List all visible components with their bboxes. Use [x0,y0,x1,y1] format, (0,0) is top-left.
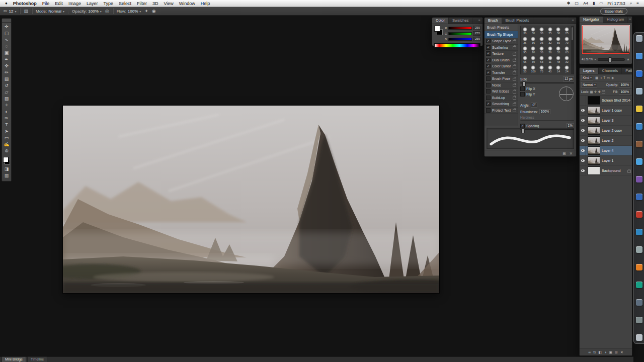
hand-tool[interactable]: ✍ [2,141,11,148]
mini-bridge-button[interactable]: Mini Bridge [2,356,26,362]
layer-row-selected[interactable]: Layer 4 [580,146,632,156]
layer-opacity-field[interactable]: 100% [619,82,630,87]
pen-tool[interactable]: ✑ [2,115,11,122]
layer-thumbnail[interactable] [588,136,600,145]
toolbar-grip[interactable] [2,20,11,23]
menu-item[interactable]: Window [179,1,195,6]
dock-app-icon[interactable] [636,229,642,235]
toggle-brush-panel-icon[interactable]: ▤ [24,9,28,14]
dock-app-icon[interactable] [636,176,642,183]
layer-row[interactable]: Layer 2 copy [580,126,632,136]
foreground-color-swatch[interactable] [3,157,9,162]
brush-tip-item[interactable]: 30 [521,26,529,36]
lock-icon[interactable] [513,109,516,112]
checkbox[interactable] [486,108,491,113]
dock-app-icon[interactable] [636,299,642,306]
brush-tip-item[interactable]: 14 [554,64,563,74]
spotlight-icon[interactable]: ⌕ [630,1,632,6]
green-value[interactable]: 255 [473,31,480,36]
apple-menu-icon[interactable]: ● [5,0,8,7]
eraser-tool[interactable]: ▱ [2,89,11,96]
brush-tip-item[interactable]: 32 [546,36,554,45]
brush-option-item[interactable]: ✓ Dual Brush [485,57,518,64]
brush-tip-item[interactable]: 36 [537,36,546,45]
layer-thumbnail[interactable] [588,166,600,175]
display-icon[interactable]: ▢ [575,1,579,6]
scrollbar[interactable] [571,26,574,74]
new-layer-icon[interactable]: ⊞ [615,350,618,354]
menubar-clock[interactable]: Fri 17:53 [607,1,625,6]
layer-visibility-toggle[interactable] [580,126,586,135]
tab-brush-presets[interactable]: Brush Presets [502,18,533,24]
dock-app-icon[interactable] [636,35,642,42]
brush-tip-item[interactable]: 36 [554,26,563,36]
lock-all-icon[interactable] [602,91,605,94]
checkbox[interactable] [486,96,491,100]
lock-icon[interactable] [513,59,516,62]
healing-brush-tool[interactable]: ✜ [2,63,11,69]
brush-tip-item[interactable]: 30 [537,26,546,36]
brush-option-item[interactable]: ✓ Texture [485,51,518,57]
dock-app-icon[interactable] [636,123,642,130]
layer-visibility-toggle[interactable] [580,136,586,145]
color-spectrum-ramp[interactable] [434,43,480,48]
brush-tip-item[interactable]: 25 [546,26,554,36]
battery-icon[interactable]: ▮ [593,1,595,6]
dock-app-icon[interactable] [636,334,642,341]
tab-paths[interactable]: Paths [622,68,632,74]
crop-tool[interactable]: ▣ [2,50,11,56]
red-slider[interactable] [448,27,472,30]
layer-visibility-toggle[interactable] [580,116,586,125]
brush-tip-item[interactable]: 55 [554,36,563,45]
workspace-switcher[interactable]: Essentials [600,8,627,15]
document-canvas[interactable] [63,106,439,293]
brush-option-item[interactable]: ✓ Color Dynamics [485,63,518,70]
color-panel-swatches[interactable] [434,26,443,35]
layer-mask-icon[interactable]: ◧ [599,350,602,354]
layer-thumbnail[interactable] [588,146,600,155]
brush-tip-item[interactable]: 30 [529,26,538,36]
lock-icon[interactable] [513,97,516,100]
checkbox[interactable]: ✓ [486,102,491,106]
gradient-tool[interactable]: ▨ [2,96,11,102]
eyedropper-tool[interactable]: ✒ [2,56,11,63]
flow-control[interactable]: Flow: 100% ▾ [117,9,141,14]
filter-adjustment-layers-icon[interactable]: ◑ [600,76,602,80]
slider-thumb[interactable] [608,57,612,62]
navigator-zoom-slider[interactable] [598,58,625,61]
app-menu-photoshop[interactable]: Photoshop [13,1,37,6]
filter-shape-layers-icon[interactable]: ▭ [607,76,610,80]
layer-thumbnail[interactable] [588,96,600,105]
dock-app-icon[interactable] [636,211,642,218]
lock-icon[interactable] [513,65,516,68]
lock-icon[interactable] [513,103,516,106]
layer-fill-field[interactable]: 100% [619,89,630,95]
brush-option-item[interactable]: ✓ Scattering [485,45,518,51]
lock-icon[interactable] [513,40,516,43]
wifi-icon[interactable]: ◠ [599,1,603,6]
pressure-opacity-icon[interactable]: ◎ [105,9,109,14]
menu-item[interactable]: View [164,1,173,6]
brush-option-item[interactable]: Protect Texture [485,108,518,114]
brush-tip-item[interactable]: 36 [546,45,554,55]
filter-type-layers-icon[interactable]: T [603,76,605,80]
layer-visibility-toggle[interactable] [580,96,586,105]
brush-tip-item[interactable]: 48 [554,55,563,64]
layer-visibility-toggle[interactable] [580,156,586,165]
checkbox[interactable] [486,76,491,81]
checkbox[interactable]: ✓ [486,45,491,50]
zoom-out-mountain-icon[interactable]: ▲ [594,58,596,60]
menu-item[interactable]: Image [68,1,81,6]
dock-app-icon[interactable] [636,53,642,59]
checkbox[interactable]: ✓ [486,70,491,75]
sync-status-icon[interactable]: ✱ [567,1,571,6]
layer-row[interactable]: Screen Shot 2014-06-2... [580,96,632,106]
tab-channels[interactable]: Channels [599,68,622,74]
brush-tip-item[interactable]: 100 [529,64,538,74]
dock-app-icon[interactable] [636,106,642,112]
red-value[interactable]: 255 [473,26,480,30]
link-layers-icon[interactable]: ∞ [588,350,591,354]
lock-icon[interactable] [513,78,516,81]
navigator-thumbnail[interactable] [582,25,630,54]
dock-app-icon[interactable] [636,158,642,165]
